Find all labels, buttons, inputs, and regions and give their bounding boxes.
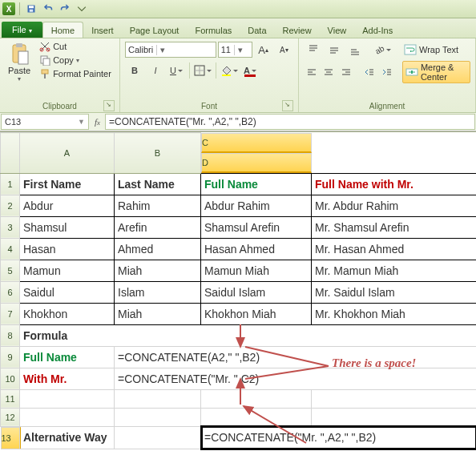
cell-D3[interactable]: Mr. Shamsul Arefin [312, 219, 476, 236]
row-header-2[interactable]: 2 [1, 195, 20, 216]
cell-C7[interactable]: Khokhon Miah [201, 306, 311, 322]
cell-B6[interactable]: Islam [115, 284, 200, 300]
row-header-5[interactable]: 5 [1, 260, 20, 281]
grow-font-button[interactable]: A▴ [254, 40, 273, 59]
row-header-11[interactable]: 11 [1, 389, 20, 408]
tab-data[interactable]: Data [240, 22, 274, 38]
tab-page-layout[interactable]: Page Layout [122, 22, 188, 38]
cell-A5[interactable]: Mamun [20, 263, 114, 279]
cell-D5[interactable]: Mr. Mamun Miah [312, 263, 476, 279]
cell-D2[interactable]: Mr. Abdur Rahim [312, 198, 476, 214]
cell-B1[interactable]: Last Name [115, 176, 200, 192]
orientation-button[interactable]: ab [373, 40, 392, 59]
cell-A4[interactable]: Hasan [20, 241, 114, 257]
tab-view[interactable]: View [320, 22, 355, 38]
cell-B3[interactable]: Arefin [115, 219, 200, 236]
underline-button[interactable]: U [167, 61, 186, 80]
cell-D7[interactable]: Mr. Khokhon Miah [312, 306, 476, 322]
cell-D1[interactable]: Full Name with Mr. [312, 176, 476, 192]
col-header-B[interactable]: B [115, 133, 201, 174]
cell-C6[interactable]: Saidul Islam [201, 284, 311, 300]
font-name-select[interactable]: Calibri▾ [125, 42, 216, 58]
worksheet-grid[interactable]: A B C D 1 First Name Last Name Full Name… [0, 131, 476, 449]
cell-C1[interactable]: Full Name [201, 176, 311, 192]
font-size-select[interactable]: 11▾ [218, 42, 252, 58]
bold-button[interactable]: B [125, 61, 144, 80]
cell-B5[interactable]: Miah [115, 263, 200, 279]
increase-indent-button[interactable] [378, 62, 394, 82]
paste-button[interactable]: Paste▾ [5, 40, 34, 101]
row-header-4[interactable]: 4 [1, 238, 20, 260]
row-header-12[interactable]: 12 [1, 408, 20, 426]
cell-A11[interactable] [20, 397, 114, 401]
cell-A8[interactable]: Formula [20, 328, 476, 344]
svg-rect-1 [29, 6, 34, 8]
tab-addins[interactable]: Add-Ins [354, 22, 401, 38]
align-left-button[interactable] [304, 62, 320, 82]
col-header-C[interactable]: C [201, 133, 312, 153]
decrease-indent-button[interactable] [361, 62, 377, 82]
cell-B4[interactable]: Ahmed [115, 241, 200, 257]
cell-C13[interactable]: =CONCATENATE("Mr. ",A2," ",B2) [201, 429, 476, 445]
row-header-10[interactable]: 10 [1, 368, 20, 389]
cell-A10[interactable]: With Mr. [20, 371, 114, 387]
cell-A7[interactable]: Khokhon [20, 306, 114, 322]
tab-formulas[interactable]: Formulas [187, 22, 240, 38]
cell-D6[interactable]: Mr. Saidul Islam [312, 284, 476, 300]
save-button[interactable] [24, 2, 38, 16]
row-header-9[interactable]: 9 [1, 346, 20, 368]
fx-icon[interactable]: fx [95, 117, 100, 127]
shrink-font-button[interactable]: A▾ [274, 40, 293, 59]
tab-home[interactable]: Home [42, 22, 83, 38]
cell-A3[interactable]: Shamsul [20, 219, 114, 236]
italic-button[interactable]: I [146, 61, 165, 80]
cell-B9[interactable]: =CONCATENATE(A2," ",B2) [115, 349, 476, 365]
align-right-button[interactable] [338, 62, 354, 82]
align-top-button[interactable] [304, 40, 323, 59]
row-header-8[interactable]: 8 [1, 324, 20, 346]
font-launcher[interactable]: ↘ [282, 100, 293, 111]
tab-insert[interactable]: Insert [83, 22, 122, 38]
wrap-text-button[interactable]: Wrap Text [401, 43, 461, 56]
row-header-6[interactable]: 6 [1, 281, 20, 303]
cell-A2[interactable]: Abdur [20, 198, 114, 214]
align-center-button[interactable] [321, 62, 337, 82]
font-color-button[interactable]: A [240, 61, 260, 80]
clipboard-launcher[interactable]: ↘ [103, 100, 115, 111]
cell-B2[interactable]: Rahim [115, 198, 200, 214]
cell-D4[interactable]: Mr. Hasan Ahmed [312, 241, 476, 257]
tab-file[interactable]: File ▾ [2, 22, 42, 38]
borders-button[interactable] [193, 61, 212, 80]
row-header-1[interactable]: 1 [1, 173, 20, 195]
copy-button[interactable]: Copy ▾ [37, 54, 114, 66]
row-header-3[interactable]: 3 [1, 216, 20, 238]
row-header-13[interactable]: 13 [1, 427, 21, 449]
col-header-D[interactable]: D [201, 153, 312, 173]
align-middle-button[interactable] [325, 40, 344, 59]
cell-C2[interactable]: Abdur Rahim [201, 198, 311, 214]
cell-A1[interactable]: First Name [20, 176, 114, 192]
cut-button[interactable]: Cut [37, 40, 114, 53]
cell-A12[interactable] [20, 416, 114, 419]
cell-A13[interactable]: Alternative Way [20, 429, 114, 445]
name-box[interactable]: C13▼ [1, 114, 89, 130]
qat-customize-button[interactable] [75, 2, 89, 16]
tab-review[interactable]: Review [275, 22, 320, 38]
cell-C5[interactable]: Mamun Miah [201, 263, 311, 279]
cell-B7[interactable]: Miah [115, 306, 200, 322]
align-bottom-button[interactable] [345, 40, 365, 59]
select-all-corner[interactable] [1, 133, 20, 174]
redo-button[interactable] [58, 2, 72, 16]
cell-C3[interactable]: Shamsul Arefin [201, 219, 311, 236]
cell-A9[interactable]: Full Name [20, 349, 114, 365]
col-header-A[interactable]: A [20, 133, 115, 174]
cell-C4[interactable]: Hasan Ahmed [201, 241, 311, 257]
format-painter-button[interactable]: Format Painter [37, 67, 114, 80]
row-header-7[interactable]: 7 [1, 303, 20, 324]
merge-center-button[interactable]: Merge & Center [402, 61, 470, 83]
cell-A6[interactable]: Saidul [20, 284, 114, 300]
cell-B10[interactable]: =CONCATENATE("Mr. ",C2) [115, 371, 476, 387]
formula-input[interactable]: =CONCATENATE("Mr. ",A2," ",B2) [105, 114, 475, 130]
undo-button[interactable] [41, 2, 55, 16]
fill-color-button[interactable] [220, 61, 239, 80]
